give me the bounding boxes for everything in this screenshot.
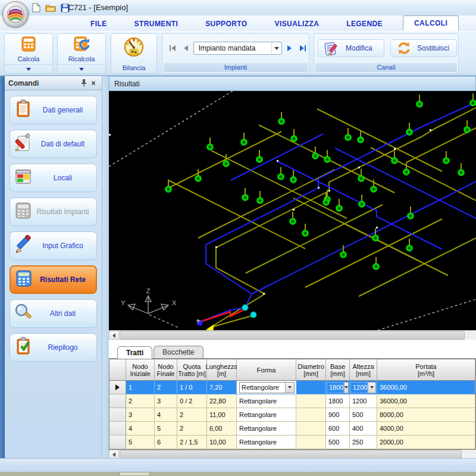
calcola-dropdown[interactable] [5, 64, 52, 73]
last-impianto-button[interactable] [297, 42, 309, 55]
sidebar-item-dati-di-default[interactable]: Dati di default [10, 130, 97, 158]
cell[interactable]: 400 [350, 422, 377, 436]
sidebar-item-riepilogo[interactable]: Riepilogo [10, 333, 97, 362]
table-row[interactable]: 4526,00Rettangolare6004004000,00 [109, 422, 475, 436]
cell[interactable]: Rettangolare [237, 381, 296, 394]
forma-combo[interactable]: Rettangolare [239, 382, 295, 393]
impianto-combo-dropdown-icon[interactable] [271, 42, 281, 54]
table-scrollbar-thumb[interactable] [120, 450, 462, 459]
table-row[interactable]: 34211,00Rettangolare9005008000,00 [109, 408, 475, 422]
cell[interactable]: 500 [350, 408, 377, 422]
sidebar-item-locali[interactable]: Locali [10, 164, 97, 192]
combo-dropdown-icon[interactable] [344, 382, 349, 393]
scroll-left-button[interactable] [109, 331, 119, 340]
table-row[interactable]: 230 / 222,80Rettangolare1800120036000,00 [109, 394, 475, 408]
column-header-3[interactable]: Quota Tratto [m] [177, 359, 207, 381]
cell[interactable]: 0 / 2 [177, 394, 207, 408]
ricalcola-dropdown[interactable] [58, 64, 105, 73]
cell[interactable]: 4 [126, 422, 155, 436]
save-button[interactable] [60, 2, 70, 13]
modifica-button[interactable]: Modifica [318, 39, 384, 57]
next-impianto-button[interactable] [284, 42, 296, 55]
sidebar-splitter[interactable] [102, 76, 109, 458]
cell[interactable]: 5 [155, 422, 177, 436]
column-header-2[interactable]: Nodo Finale [155, 359, 177, 381]
cell[interactable]: 3 [155, 394, 177, 408]
sidebar-item-altri-dati[interactable]: Altri dati [10, 299, 97, 328]
base-combo[interactable]: 1800 [327, 382, 349, 393]
ribbon-tab-calcoli[interactable]: CALCOLI [403, 15, 459, 31]
ribbon-tab-supporto[interactable]: SUPPORTO [198, 17, 254, 31]
ribbon-tab-visualizza[interactable]: VISUALIZZA [268, 17, 327, 31]
table-row[interactable]: 562 / 1,510,00Rettangolare5002502000,00 [109, 436, 475, 449]
cell[interactable] [296, 381, 326, 394]
column-header-6[interactable]: Diametro [mm] [296, 359, 326, 381]
cell[interactable]: 6,00 [207, 422, 237, 436]
row-selector[interactable] [109, 381, 126, 394]
cell[interactable]: Rettangolare [237, 422, 296, 436]
cell[interactable]: 22,80 [207, 394, 237, 408]
cell[interactable]: Rettangolare [237, 394, 296, 408]
cell[interactable]: 6 [155, 436, 177, 449]
column-header-9[interactable]: Portata [m³/h] [377, 359, 475, 381]
cell[interactable]: 4 [155, 408, 177, 422]
column-header-1[interactable]: Nodo Iniziale [126, 359, 155, 381]
cell[interactable]: Rettangolare [237, 408, 296, 422]
cell[interactable]: 250 [350, 436, 377, 449]
column-header-5[interactable]: Forma [237, 359, 296, 381]
combo-dropdown-icon[interactable] [368, 382, 376, 393]
cell[interactable]: 1 [126, 381, 155, 394]
cell[interactable] [296, 422, 326, 436]
column-header-7[interactable]: Base [mm] [326, 359, 350, 381]
table-horizontal-scrollbar[interactable] [109, 449, 476, 459]
pin-icon[interactable] [79, 79, 89, 88]
cell[interactable]: 8000,00 [377, 408, 475, 422]
cell[interactable]: 1800 [326, 394, 350, 408]
sidebar-item-risultati-rete[interactable]: Risultati Rete [10, 265, 97, 294]
cell[interactable]: 1200 [350, 381, 377, 394]
cell[interactable]: 7,20 [207, 381, 237, 394]
cell[interactable]: 10,00 [207, 436, 237, 449]
cell[interactable]: 36000,00 [377, 381, 475, 394]
close-icon[interactable]: × [89, 79, 98, 87]
network-3d-view[interactable]: Z X Y [109, 91, 476, 330]
cell[interactable] [296, 394, 326, 408]
cell[interactable]: 2 / 1,5 [177, 436, 207, 449]
cell[interactable]: 2 [155, 381, 177, 394]
new-document-button[interactable] [31, 2, 42, 13]
column-header-4[interactable]: Lunghezza [m] [207, 359, 237, 381]
cell[interactable]: 11,00 [207, 408, 237, 422]
table-tab-bocchette[interactable]: Bocchette [154, 346, 203, 358]
row-selector[interactable] [109, 422, 126, 436]
row-selector[interactable] [109, 394, 126, 408]
open-file-button[interactable] [45, 2, 56, 13]
cell[interactable]: 2 [126, 394, 155, 408]
row-selector[interactable] [109, 436, 126, 449]
cell[interactable]: 2 [177, 408, 207, 422]
row-selector[interactable] [109, 408, 126, 422]
cell[interactable]: 5 [126, 436, 155, 449]
cell[interactable]: 900 [326, 408, 350, 422]
app-menu-orb[interactable] [2, 1, 29, 27]
bilancia-button[interactable]: Pa Bilancia [111, 33, 157, 74]
table-row[interactable]: 121 / 07,20Rettangolare1800120036000,00 [109, 381, 475, 394]
cell[interactable]: 600 [326, 422, 350, 436]
canvas-horizontal-scrollbar[interactable] [109, 330, 476, 340]
cell[interactable]: 2000,00 [377, 436, 475, 449]
cell[interactable]: 2 [177, 422, 207, 436]
ribbon-tab-legende[interactable]: LEGENDE [339, 17, 390, 31]
cell[interactable] [296, 408, 326, 422]
cell[interactable]: 1200 [350, 394, 377, 408]
ribbon-tab-file[interactable]: FILE [83, 17, 114, 31]
cell[interactable]: 3 [126, 408, 155, 422]
cell[interactable]: 1 / 0 [177, 381, 207, 394]
cell[interactable]: 4000,00 [377, 422, 475, 436]
sidebar-item-dati-generali[interactable]: Dati generali [10, 96, 97, 124]
scroll-left-button[interactable] [109, 450, 119, 459]
calcola-button[interactable]: Calcola [4, 33, 53, 74]
cell[interactable]: 500 [326, 436, 350, 449]
cell[interactable]: Rettangolare [237, 436, 296, 449]
column-header-8[interactable]: Altezza [mm] [350, 359, 377, 381]
altezza-combo[interactable]: 1200 [350, 382, 376, 393]
table-tab-tratti[interactable]: Tratti [117, 346, 152, 359]
